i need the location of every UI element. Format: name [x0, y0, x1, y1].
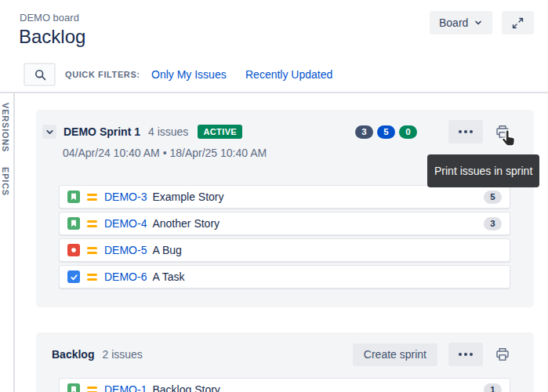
issue-row[interactable]: DEMO-6 A Task: [59, 265, 510, 289]
breadcrumb[interactable]: DEMO board: [20, 12, 79, 24]
page-title: Backlog: [19, 26, 85, 48]
quick-filters-label: QUICK FILTERS:: [65, 63, 140, 86]
estimate-badge: 1: [484, 383, 502, 392]
priority-medium-icon: [87, 247, 97, 254]
issue-summary: Another Story: [152, 217, 220, 230]
done-count-badge: 0: [399, 125, 417, 139]
filter-only-my-issues[interactable]: Only My Issues: [151, 63, 227, 86]
sprint-issue-count: 4 issues: [148, 125, 188, 138]
sprint-date-range: 04/Apr/24 10:40 AM • 18/Apr/25 10:40 AM: [63, 147, 267, 159]
priority-medium-icon: [87, 194, 97, 201]
issue-row[interactable]: DEMO-4 Another Story 3: [59, 212, 510, 235]
issue-summary: Backlog Story: [152, 383, 220, 392]
sidebar-item-versions[interactable]: VERSIONS: [1, 103, 10, 152]
estimate-badge: 5: [484, 191, 502, 204]
fullscreen-button[interactable]: [502, 11, 534, 34]
tooltip: Print issues in sprint: [427, 154, 539, 187]
collapse-sprint-button[interactable]: [42, 125, 56, 139]
issue-key-link[interactable]: DEMO-1: [104, 383, 147, 392]
priority-medium-icon: [87, 274, 97, 281]
sprint-header: DEMO Sprint 1 4 issues ACTIVE 3 5 0: [42, 120, 512, 143]
sprint-issue-list: DEMO-3 Example Story 5 DEMO-4 Another St…: [59, 185, 510, 292]
priority-medium-icon: [87, 387, 97, 392]
expand-icon: [512, 17, 524, 29]
sidebar-item-epics[interactable]: EPICS: [1, 167, 10, 196]
issue-key-link[interactable]: DEMO-5: [104, 244, 147, 256]
backlog-issue-count: 2 issues: [102, 348, 142, 361]
issue-summary: A Bug: [152, 244, 181, 256]
more-icon: [459, 130, 473, 133]
more-icon: [459, 353, 473, 356]
printer-icon: [495, 347, 510, 362]
issue-key-link[interactable]: DEMO-6: [104, 270, 147, 283]
issue-row[interactable]: DEMO-1 Backlog Story 1: [59, 378, 510, 392]
issue-summary: A Task: [152, 270, 184, 283]
issue-key-link[interactable]: DEMO-4: [104, 217, 147, 230]
board-switcher-button[interactable]: Board: [430, 11, 492, 34]
sprint-status-badge: ACTIVE: [198, 125, 242, 139]
estimate-badge: 3: [484, 217, 502, 230]
inprogress-count-badge: 5: [377, 125, 395, 139]
issue-row[interactable]: DEMO-3 Example Story 5: [59, 185, 510, 209]
priority-medium-icon: [87, 220, 97, 227]
filter-recently-updated[interactable]: Recently Updated: [245, 63, 332, 86]
backlog-name: Backlog: [52, 348, 94, 361]
bug-icon: [67, 244, 80, 256]
header-divider: [0, 92, 548, 93]
print-backlog-button[interactable]: [493, 345, 512, 364]
backlog-issue-list: DEMO-1 Backlog Story 1: [59, 378, 510, 392]
story-icon: [67, 191, 80, 203]
sprint-section: DEMO Sprint 1 4 issues ACTIVE 3 5 0 04/A…: [36, 110, 534, 307]
search-button[interactable]: [24, 63, 56, 86]
story-icon: [67, 383, 80, 392]
issue-key-link[interactable]: DEMO-3: [104, 191, 147, 203]
chevron-down-icon: [474, 18, 483, 27]
backlog-header: Backlog 2 issues Create sprint: [42, 343, 512, 366]
task-icon: [67, 270, 80, 283]
backlog-more-actions-button[interactable]: [448, 343, 483, 366]
chevron-down-icon: [45, 127, 55, 137]
story-icon: [67, 217, 80, 230]
sidebar: VERSIONS EPICS: [0, 93, 15, 392]
issue-summary: Example Story: [152, 191, 223, 203]
sprint-name: DEMO Sprint 1: [64, 125, 140, 138]
backlog-section: Backlog 2 issues Create sprint DEMO-1 Ba…: [36, 332, 534, 392]
board-button-label: Board: [439, 16, 468, 29]
print-sprint-button[interactable]: [493, 122, 512, 141]
printer-icon: [495, 124, 510, 140]
create-sprint-button[interactable]: Create sprint: [353, 343, 437, 366]
todo-count-badge: 3: [355, 125, 373, 139]
issue-row[interactable]: DEMO-5 A Bug: [59, 238, 510, 262]
sprint-more-actions-button[interactable]: [448, 120, 483, 143]
search-icon: [34, 68, 46, 81]
